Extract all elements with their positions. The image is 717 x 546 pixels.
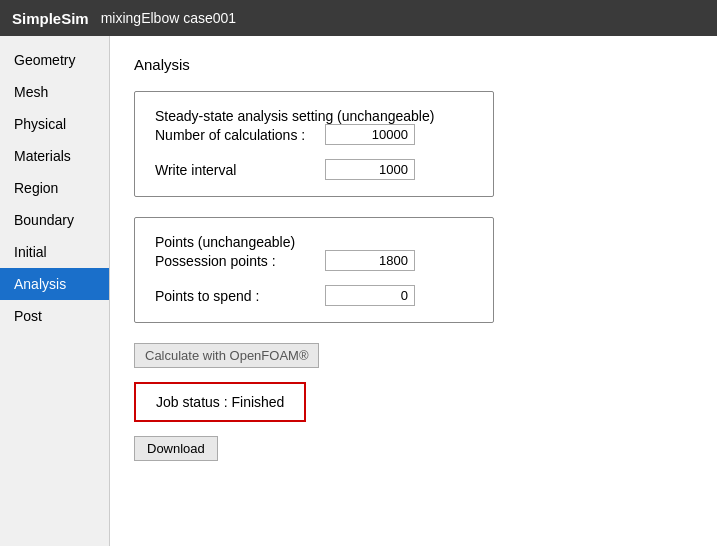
header: SimpleSim mixingElbow case001 <box>0 0 717 36</box>
possession-points-input[interactable] <box>325 250 415 271</box>
possession-points-row: Possession points : <box>155 250 473 271</box>
num-calc-label: Number of calculations : <box>155 127 325 143</box>
points-legend: Points (unchangeable) <box>155 234 295 250</box>
project-name: mixingElbow case001 <box>101 10 236 26</box>
layout: Geometry Mesh Physical Materials Region … <box>0 36 717 546</box>
sidebar-item-post[interactable]: Post <box>0 300 109 332</box>
calculate-button[interactable]: Calculate with OpenFOAM® <box>134 343 319 368</box>
page-title: Analysis <box>134 56 693 73</box>
job-status-text: Job status : Finished <box>156 394 284 410</box>
sidebar: Geometry Mesh Physical Materials Region … <box>0 36 110 546</box>
write-interval-input[interactable] <box>325 159 415 180</box>
write-interval-row: Write interval <box>155 159 473 180</box>
sidebar-item-initial[interactable]: Initial <box>0 236 109 268</box>
steady-state-legend: Steady-state analysis setting (unchangea… <box>155 108 434 124</box>
possession-points-label: Possession points : <box>155 253 325 269</box>
sidebar-item-physical[interactable]: Physical <box>0 108 109 140</box>
sidebar-item-analysis[interactable]: Analysis <box>0 268 109 300</box>
num-calc-input[interactable] <box>325 124 415 145</box>
points-to-spend-row: Points to spend : <box>155 285 473 306</box>
points-to-spend-label: Points to spend : <box>155 288 325 304</box>
job-status-box: Job status : Finished <box>134 382 306 422</box>
sidebar-item-geometry[interactable]: Geometry <box>0 44 109 76</box>
write-interval-label: Write interval <box>155 162 325 178</box>
sidebar-item-region[interactable]: Region <box>0 172 109 204</box>
points-box: Points (unchangeable) Possession points … <box>134 217 494 323</box>
sidebar-item-mesh[interactable]: Mesh <box>0 76 109 108</box>
main-content: Analysis Steady-state analysis setting (… <box>110 36 717 546</box>
download-button[interactable]: Download <box>134 436 218 461</box>
sidebar-item-materials[interactable]: Materials <box>0 140 109 172</box>
app-name: SimpleSim <box>12 10 89 27</box>
sidebar-item-boundary[interactable]: Boundary <box>0 204 109 236</box>
points-to-spend-input[interactable] <box>325 285 415 306</box>
steady-state-box: Steady-state analysis setting (unchangea… <box>134 91 494 197</box>
num-calc-row: Number of calculations : <box>155 124 473 145</box>
